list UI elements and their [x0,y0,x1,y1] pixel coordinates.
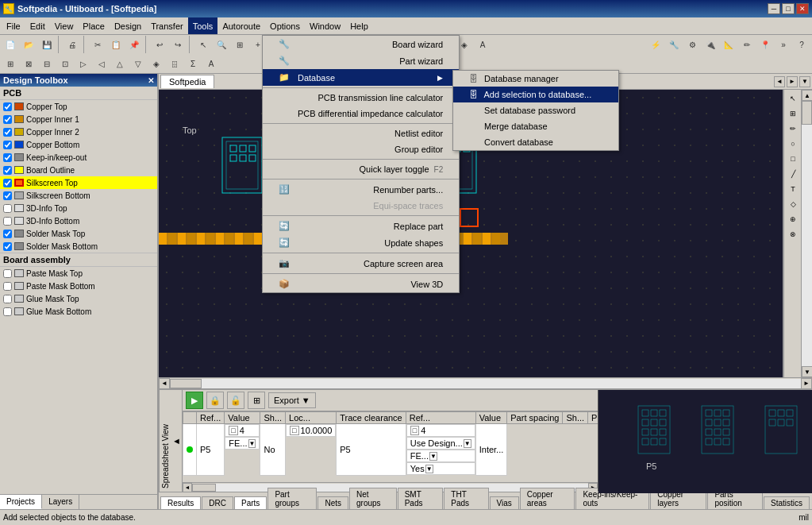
tools-pcb-transmission[interactable]: PCB transmission line calculator [263,90,459,106]
capture-icon: 📷 [279,258,291,268]
database-label: Database [298,73,431,83]
sep-5 [263,215,459,216]
part-wizard-icon: 🔧 [279,56,291,66]
board-wizard-icon: 🔧 [279,39,291,49]
database-submenu: 🗄 Database manager 🗄 Add selection to da… [452,70,619,151]
quick-layer-shortcut: F2 [434,165,444,174]
view3d-icon: 📦 [279,279,291,289]
renumber-label: Renumber parts... [373,185,443,195]
tools-view-3d[interactable]: 📦 View 3D [263,276,459,292]
update-label: Update shapes [384,238,443,248]
tools-quick-layer-toggle[interactable]: Quick layer toggle F2 [263,161,459,177]
tools-capture-screen[interactable]: 📷 Capture screen area [263,255,459,272]
tools-database[interactable]: 📁 Database ▶ [263,69,459,86]
sep-6 [263,253,459,253]
tools-group-editor[interactable]: Group editor [263,141,459,157]
tools-equi-space: Equi-space traces [263,198,459,214]
sep-3 [263,159,459,160]
db-convert[interactable]: Convert database [453,134,618,150]
tools-pcb-differential[interactable]: PCB differential impedance calculator [263,106,459,122]
capture-label: Capture screen area [364,259,443,268]
db-manager-label: Database manager [484,74,559,83]
pcb-differential-label: PCB differential impedance calculator [298,109,443,118]
tools-renumber-parts[interactable]: 🔢 Renumber parts... [263,181,459,198]
db-add-selection[interactable]: 🗄 Add selection to database... [453,87,618,102]
sep-4 [263,179,459,180]
replace-icon: 🔄 [279,221,291,231]
db-merge-label: Merge database [484,122,548,131]
board-wizard-label: Board wizard [392,40,443,49]
netlist-editor-label: Netlist editor [394,129,443,138]
db-set-password-label: Set database password [484,106,575,115]
tools-update-shapes[interactable]: 🔄 Update shapes [263,234,459,251]
db-add-label: Add selection to database... [483,90,591,99]
sep-7 [263,273,459,274]
database-icon: 📁 [279,72,291,83]
quick-layer-toggle-label: Quick layer toggle [360,164,429,174]
replace-label: Replace part [394,222,443,231]
tools-netlist-editor[interactable]: Netlist editor [263,125,459,141]
pcb-transmission-label: PCB transmission line calculator [318,93,444,102]
equi-space-label: Equi-space traces [373,201,443,210]
tools-part-wizard[interactable]: 🔧 Part wizard [263,52,459,69]
db-merge[interactable]: Merge database [453,118,618,134]
tools-board-wizard[interactable]: 🔧 Board wizard [263,36,459,52]
db-manager-icon: 🗄 [469,74,482,83]
renumber-icon: 🔢 [279,184,291,195]
db-add-icon: 🗄 [469,90,482,99]
db-convert-label: Convert database [484,137,553,147]
group-editor-label: Group editor [394,145,443,154]
view3d-label: View 3D [410,280,443,289]
database-arrow: ▶ [437,74,443,82]
tools-dropdown: 🔧 Board wizard 🔧 Part wizard 📁 Database … [262,35,460,293]
db-set-password[interactable]: Set database password [453,102,618,118]
part-wizard-label: Part wizard [399,56,443,66]
db-database-manager[interactable]: 🗄 Database manager [453,71,618,87]
sep-2 [263,123,459,124]
update-icon: 🔄 [279,237,291,248]
tools-replace-part[interactable]: 🔄 Replace part [263,218,459,234]
sep-1 [263,87,459,88]
